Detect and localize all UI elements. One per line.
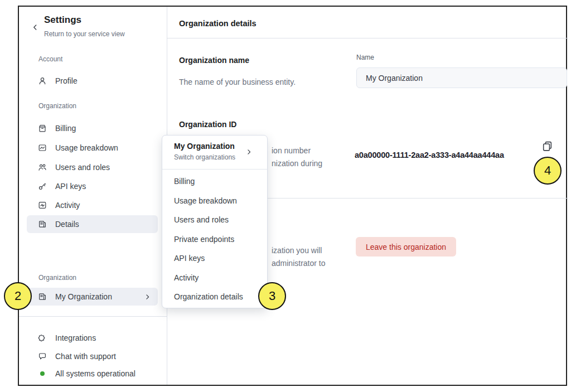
popover-org-title: My Organization: [174, 142, 235, 151]
name-field-label: Name: [356, 54, 374, 61]
popover-org-subtitle: Switch organizations: [174, 153, 235, 161]
sidebar-item-label: All systems operational: [55, 369, 136, 378]
organization-id-value: a0a00000-1111-2aa2-a333-a4a44aa444aa: [355, 151, 504, 159]
chevron-right-icon: [144, 293, 151, 301]
header-divider: [167, 38, 568, 38]
sidebar-item-label: Usage breakdown: [55, 143, 118, 152]
org-name-heading: Organization name: [179, 56, 249, 65]
sidebar-item-label: Users and roles: [55, 163, 110, 172]
sidebar-item-api-keys[interactable]: API keys: [38, 177, 86, 195]
sidebar-item-usage-breakdown[interactable]: Usage breakdown: [38, 139, 118, 157]
popover-item-organization-details[interactable]: Organization details: [174, 292, 243, 303]
section-label-account: Account: [38, 55, 62, 63]
sidebar-item-chat-with-support[interactable]: Chat with support: [38, 347, 116, 365]
org-details-icon: [38, 220, 47, 229]
org-name-description: The name of your business entity.: [179, 78, 296, 86]
chevron-right-icon: [245, 148, 253, 158]
popover-item-billing[interactable]: Billing: [174, 177, 195, 188]
sidebar-item-integrations[interactable]: Integrations: [38, 329, 96, 347]
copy-button[interactable]: [540, 139, 554, 153]
sidebar-item-label: My Organization: [55, 292, 112, 301]
app-window: Settings Return to your service view Acc…: [18, 6, 567, 386]
leave-organization-button[interactable]: Leave this organization: [356, 237, 456, 257]
sidebar-item-label: Billing: [55, 124, 76, 133]
screenshot-canvas: Settings Return to your service view Acc…: [0, 0, 571, 392]
leave-description-fragment-2: administrator to: [272, 259, 325, 268]
org-id-description-fragment-1: ion number: [272, 146, 311, 155]
organization-name-input[interactable]: [356, 67, 567, 88]
key-icon: [38, 182, 47, 191]
activity-icon: [38, 201, 47, 210]
sidebar-item-label: Activity: [55, 201, 80, 210]
page-title: Organization details: [179, 19, 257, 28]
popover-item-usage-breakdown[interactable]: Usage breakdown: [174, 196, 237, 207]
sidebar-divider: [19, 316, 167, 317]
popover-item-users-and-roles[interactable]: Users and roles: [174, 215, 229, 226]
popover-org-header[interactable]: My Organization Switch organizations: [162, 135, 267, 169]
popover-divider: [162, 169, 267, 170]
user-icon: [38, 76, 47, 85]
sidebar-item-system-status[interactable]: All systems operational: [38, 365, 136, 383]
popover-item-api-keys[interactable]: API keys: [174, 254, 205, 265]
status-dot: [40, 371, 45, 376]
sidebar-title: Settings: [44, 14, 81, 26]
users-icon: [38, 163, 47, 172]
copy-icon: [541, 141, 553, 152]
sidebar-item-label: Profile: [55, 76, 78, 85]
back-button[interactable]: [29, 21, 41, 33]
leave-description-fragment-1: ization you will: [272, 246, 322, 255]
org-id-heading: Organization ID: [179, 120, 236, 129]
chat-icon: [38, 352, 47, 361]
sidebar-item-my-organization[interactable]: My Organization: [27, 288, 158, 306]
chevron-left-icon: [31, 23, 39, 31]
popover-item-private-endpoints[interactable]: Private endpoints: [174, 235, 234, 246]
organization-icon: [38, 292, 47, 301]
annotation-marker-2: 2: [4, 282, 32, 310]
sidebar-item-label: API keys: [55, 182, 86, 191]
usage-chart-icon: [38, 143, 47, 152]
sidebar-item-profile[interactable]: Profile: [38, 72, 78, 90]
popover-item-activity[interactable]: Activity: [174, 273, 199, 284]
sidebar-item-details[interactable]: Details: [27, 215, 158, 233]
section-label-organization-2: Organization: [38, 274, 76, 282]
org-id-description-fragment-2: nization during: [272, 159, 322, 168]
sidebar-item-label: Integrations: [55, 333, 96, 342]
organization-switcher-popover: My Organization Switch organizations Bil…: [162, 135, 268, 308]
section-label-organization: Organization: [38, 102, 76, 110]
annotation-marker-3: 3: [258, 282, 286, 310]
sidebar-subtitle: Return to your service view: [44, 30, 125, 38]
sidebar-item-users-and-roles[interactable]: Users and roles: [38, 158, 110, 176]
sidebar-item-activity[interactable]: Activity: [38, 196, 80, 214]
billing-icon: [38, 124, 47, 133]
annotation-marker-4: 4: [534, 157, 562, 185]
puzzle-icon: [38, 333, 47, 342]
sidebar-item-label: Chat with support: [55, 352, 116, 361]
sidebar-item-billing[interactable]: Billing: [38, 119, 76, 137]
sidebar-item-label: Details: [55, 220, 79, 229]
